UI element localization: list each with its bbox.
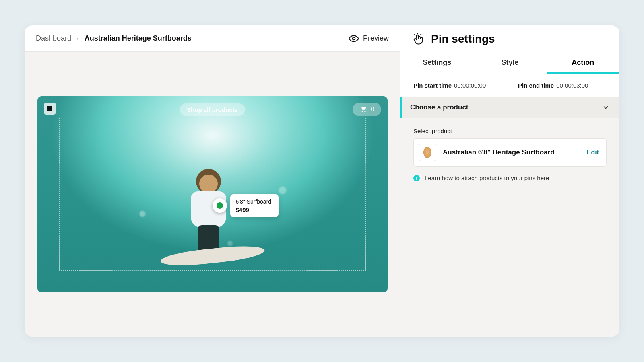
- brand-logo-icon: [46, 105, 54, 112]
- panel-title: Pin settings: [431, 33, 495, 45]
- pin-tooltip[interactable]: 6'8" Surfboard $499: [230, 194, 279, 217]
- breadcrumb-root[interactable]: Dashboard: [36, 34, 71, 43]
- panel-header: Pin settings: [400, 25, 619, 52]
- pin-start-value: 00:00:00:00: [454, 82, 486, 89]
- pin-start-time: Pin start time00:00:00:00: [413, 82, 502, 89]
- app-frame: Dashboard › Australian Heritage Surfboar…: [25, 25, 619, 337]
- tab-bar: Settings Style Action: [400, 52, 619, 74]
- tab-style[interactable]: Style: [473, 52, 546, 74]
- editor-pane: Dashboard › Australian Heritage Surfboar…: [25, 25, 400, 337]
- choose-product-accordion[interactable]: Choose a product: [400, 97, 619, 118]
- shop-all-pill[interactable]: Shop all products: [180, 103, 245, 116]
- pin-start-label: Pin start time: [413, 82, 452, 89]
- pin-end-time: Pin end time00:00:03:00: [518, 82, 607, 89]
- pin-end-label: Pin end time: [518, 82, 554, 89]
- tap-icon: [412, 33, 424, 45]
- eye-icon: [349, 33, 359, 44]
- info-hint[interactable]: i Learn how to attach products to your p…: [413, 175, 607, 181]
- select-product-label: Select product: [413, 128, 607, 134]
- cart-count: 0: [371, 106, 375, 113]
- safe-zone-guide: [59, 118, 366, 271]
- brand-logo-chip[interactable]: [44, 103, 56, 115]
- svg-point-0: [353, 37, 355, 40]
- top-bar: Dashboard › Australian Heritage Surfboar…: [25, 25, 400, 52]
- chevron-down-icon: [602, 103, 610, 111]
- cart-icon: [359, 105, 367, 113]
- pin-tooltip-price: $499: [236, 206, 273, 213]
- accordion-title: Choose a product: [410, 103, 469, 111]
- video-preview[interactable]: Shop all products 0 6'8" Surfboard $499: [37, 96, 388, 292]
- info-icon: i: [413, 175, 420, 181]
- edit-product-button[interactable]: Edit: [587, 149, 599, 156]
- product-section: Select product Australian 6'8" Heritage …: [400, 118, 619, 191]
- product-name: Australian 6'8" Heritage Surfboard: [443, 148, 580, 156]
- pin-tooltip-title: 6'8" Surfboard: [236, 198, 273, 205]
- canvas-area: Shop all products 0 6'8" Surfboard $499: [25, 52, 400, 337]
- product-thumbnail: [419, 144, 436, 161]
- pin-marker[interactable]: [213, 198, 227, 213]
- pin-end-value: 00:00:03:00: [556, 82, 588, 89]
- settings-pane: Pin settings Settings Style Action Pin s…: [400, 25, 619, 337]
- cart-pill[interactable]: 0: [353, 103, 381, 116]
- tab-settings[interactable]: Settings: [400, 52, 473, 74]
- preview-label: Preview: [363, 34, 389, 43]
- tab-action[interactable]: Action: [547, 52, 619, 74]
- info-text: Learn how to attach products to your pin…: [425, 175, 549, 181]
- time-row: Pin start time00:00:00:00 Pin end time00…: [400, 74, 619, 97]
- chevron-right-icon: ›: [77, 35, 79, 42]
- breadcrumb: Dashboard › Australian Heritage Surfboar…: [36, 34, 192, 43]
- preview-button[interactable]: Preview: [349, 33, 389, 44]
- selected-product-row: Australian 6'8" Heritage Surfboard Edit: [413, 138, 607, 167]
- breadcrumb-current: Australian Heritage Surfboards: [85, 34, 192, 43]
